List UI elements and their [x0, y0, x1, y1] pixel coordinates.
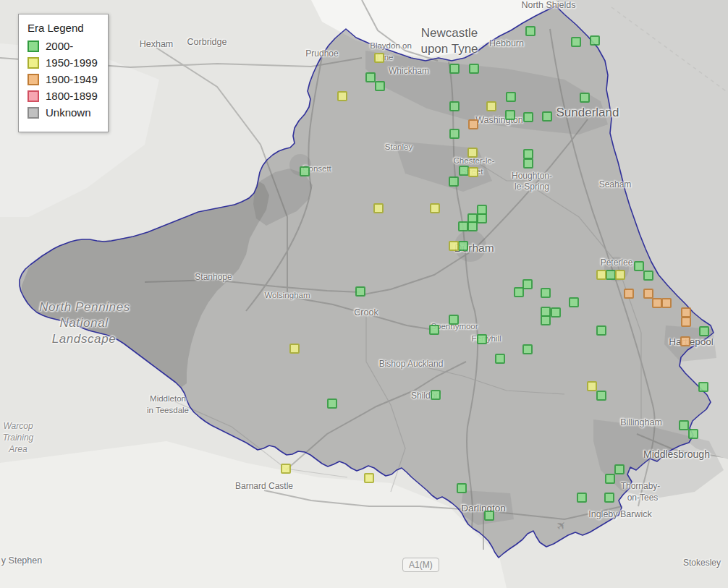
legend-item: 1950-1999 [27, 56, 98, 69]
era-marker[interactable] [281, 464, 291, 474]
era-marker[interactable] [634, 261, 644, 271]
era-marker[interactable] [514, 287, 524, 297]
era-marker[interactable] [364, 473, 374, 483]
legend-swatch-icon [27, 90, 39, 102]
era-marker[interactable] [505, 110, 515, 120]
era-marker[interactable] [541, 315, 551, 325]
era-marker[interactable] [469, 64, 479, 74]
era-marker[interactable] [590, 35, 600, 46]
era-marker[interactable] [587, 381, 597, 391]
era-marker[interactable] [477, 334, 487, 344]
era-marker[interactable] [486, 101, 496, 111]
era-marker[interactable] [484, 511, 494, 521]
era-marker[interactable] [457, 483, 467, 493]
legend-item: 1800-1899 [27, 90, 98, 102]
era-marker[interactable] [596, 391, 606, 401]
era-marker[interactable] [571, 37, 581, 47]
era-legend: Era Legend 2000-1950-19991900-19491800-1… [18, 14, 109, 132]
era-marker[interactable] [522, 279, 533, 289]
era-marker[interactable] [541, 288, 551, 298]
era-marker[interactable] [373, 203, 384, 213]
map-canvas[interactable]: {/* minor */} North ShieldsN [0, 0, 728, 588]
era-marker[interactable] [596, 325, 606, 336]
era-marker[interactable] [606, 270, 616, 280]
era-marker[interactable] [375, 81, 385, 91]
era-marker[interactable] [459, 166, 469, 176]
era-marker[interactable] [449, 129, 460, 139]
era-marker[interactable] [577, 493, 587, 503]
era-marker[interactable] [449, 176, 459, 187]
legend-item: 2000- [27, 40, 98, 52]
era-marker[interactable] [477, 213, 487, 223]
era-marker[interactable] [688, 429, 698, 439]
legend-item: Unknown [27, 106, 98, 119]
legend-item-label: 2000- [46, 40, 73, 52]
era-marker[interactable] [643, 270, 653, 281]
era-marker[interactable] [458, 221, 468, 231]
era-marker[interactable] [652, 298, 662, 308]
era-marker[interactable] [680, 336, 690, 346]
legend-swatch-icon [27, 74, 39, 85]
era-marker[interactable] [289, 344, 300, 354]
era-marker[interactable] [495, 354, 505, 364]
era-marker[interactable] [337, 91, 347, 101]
era-marker[interactable] [431, 390, 441, 400]
era-marker[interactable] [449, 64, 460, 74]
era-marker[interactable] [580, 93, 590, 103]
era-marker[interactable] [681, 317, 691, 327]
era-marker[interactable] [449, 241, 459, 251]
era-marker[interactable] [596, 270, 606, 280]
era-marker[interactable] [569, 297, 579, 307]
legend-swatch-icon [27, 107, 39, 119]
era-marker[interactable] [355, 286, 365, 297]
era-marker[interactable] [468, 167, 478, 177]
legend-item-label: 1800-1899 [46, 90, 98, 102]
era-marker[interactable] [327, 399, 337, 409]
era-marker[interactable] [551, 307, 561, 318]
era-marker[interactable] [614, 464, 625, 474]
era-marker[interactable] [679, 420, 689, 430]
legend-items: 2000-1950-19991900-19491800-1899Unknown [27, 40, 98, 119]
era-marker[interactable] [661, 298, 672, 308]
legend-item: 1900-1949 [27, 73, 98, 85]
era-marker[interactable] [522, 344, 533, 354]
legend-swatch-icon [27, 41, 39, 52]
era-marker[interactable] [523, 149, 533, 159]
era-marker[interactable] [449, 315, 459, 325]
era-marker[interactable] [300, 166, 310, 176]
era-marker[interactable] [523, 112, 533, 122]
era-marker[interactable] [699, 326, 709, 336]
era-marker[interactable] [698, 382, 708, 392]
legend-title: Era Legend [27, 22, 98, 34]
era-marker[interactable] [605, 474, 615, 484]
era-marker[interactable] [374, 53, 384, 63]
legend-item-label: 1950-1999 [46, 56, 98, 69]
era-marker[interactable] [615, 270, 625, 280]
legend-swatch-icon [27, 57, 39, 69]
era-marker[interactable] [449, 101, 460, 111]
era-marker[interactable] [643, 289, 653, 299]
era-marker[interactable] [523, 158, 533, 169]
era-marker[interactable] [365, 72, 376, 82]
era-marker[interactable] [458, 241, 468, 251]
era-marker[interactable] [681, 307, 691, 318]
era-marker[interactable] [525, 26, 536, 36]
legend-item-label: Unknown [46, 106, 91, 119]
era-marker[interactable] [429, 325, 439, 335]
era-marker[interactable] [467, 148, 478, 158]
era-marker[interactable] [604, 493, 614, 503]
era-marker[interactable] [468, 119, 478, 129]
era-marker[interactable] [542, 111, 552, 122]
legend-item-label: 1900-1949 [46, 73, 98, 85]
era-marker[interactable] [467, 221, 478, 231]
era-marker[interactable] [430, 203, 440, 213]
era-marker[interactable] [506, 92, 516, 102]
era-marker[interactable] [624, 289, 634, 299]
